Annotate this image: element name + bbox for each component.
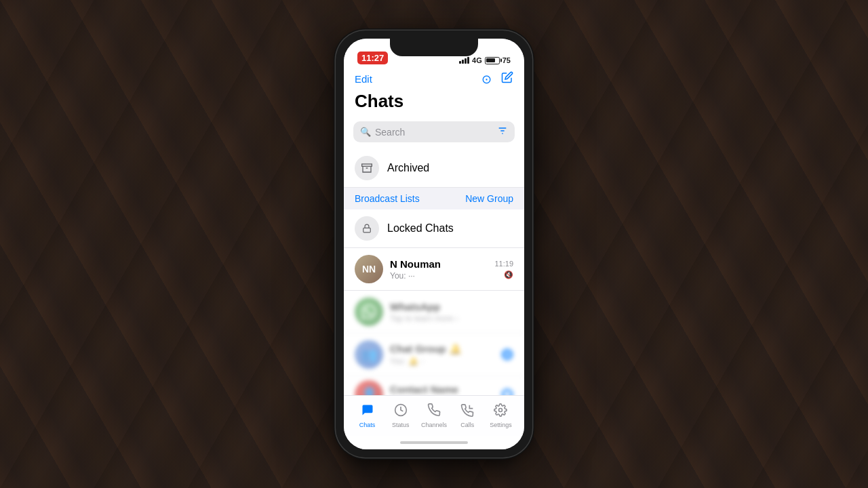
avatar-whatsapp <box>355 298 383 326</box>
chat-info-group: Chat Group 🔔 You: 🔔··· <box>390 343 494 366</box>
chat-info-whatsapp: WhatsApp Tap to learn more › <box>390 301 507 323</box>
content-area: Archived Broadcast Lists New Group Locke… <box>344 149 524 395</box>
archived-row[interactable]: Archived <box>344 149 524 188</box>
chat-item-contact[interactable]: 👤 Contact Name Last message here··· <box>344 376 524 395</box>
chat-info-contact: Contact Name Last message here··· <box>390 384 494 396</box>
lock-icon <box>355 216 379 241</box>
home-indicator <box>344 436 524 449</box>
chat-name-whatsapp: WhatsApp <box>390 301 507 312</box>
search-placeholder-text: Search <box>375 127 488 138</box>
tab-calls[interactable]: Calls <box>451 404 484 428</box>
tab-bar: Chats Status Channels <box>344 395 524 436</box>
svg-point-8 <box>499 409 502 412</box>
home-line <box>400 441 468 444</box>
battery-icon <box>485 57 500 64</box>
chat-meta-nouman: 11:19 🔇 <box>494 260 513 279</box>
tab-channels-icon <box>427 403 441 420</box>
chat-meta-contact <box>501 388 513 395</box>
camera-icon[interactable]: ⊙ <box>481 72 492 87</box>
chat-item-group[interactable]: 👥 Chat Group 🔔 You: 🔔··· 3 <box>344 333 524 376</box>
status-time: 11:27 <box>357 52 388 64</box>
chat-list: NN N Nouman You: ··· 11:19 🔇 <box>344 248 524 395</box>
chat-preview-nouman: You: ··· <box>390 271 488 281</box>
chat-name-contact: Contact Name <box>390 384 494 395</box>
chat-badge-group: 3 <box>501 348 513 361</box>
bar4 <box>467 57 469 64</box>
archive-icon <box>355 156 379 180</box>
compose-icon[interactable] <box>501 71 513 87</box>
new-group-button[interactable]: New Group <box>465 193 513 204</box>
signal-type: 4G <box>472 56 482 64</box>
battery-percent: 75 <box>502 56 511 64</box>
svg-rect-5 <box>363 228 371 232</box>
tab-settings-label: Settings <box>490 422 512 428</box>
notch <box>390 39 478 56</box>
tab-settings-icon <box>494 403 507 420</box>
chat-time-nouman: 11:19 <box>494 260 513 268</box>
tab-chats[interactable]: Chats <box>351 403 384 428</box>
chat-badge-contact <box>501 388 513 395</box>
search-icon: 🔍 <box>360 127 371 137</box>
chat-name-group: Chat Group 🔔 <box>390 343 494 355</box>
chat-item-nouman[interactable]: NN N Nouman You: ··· 11:19 🔇 <box>344 248 524 291</box>
bar3 <box>465 58 467 64</box>
chat-preview-whatsapp: Tap to learn more › <box>390 314 507 323</box>
tab-calls-label: Calls <box>460 422 474 428</box>
battery-fill <box>486 58 495 62</box>
phone-device: 11:27 4G 75 Edit ⊙ <box>336 30 532 458</box>
edit-button[interactable]: Edit <box>355 73 372 85</box>
locked-chats-row[interactable]: Locked Chats <box>344 209 524 248</box>
avatar-group: 👥 <box>355 340 383 369</box>
chat-info-nouman: N Nouman You: ··· <box>390 258 488 281</box>
avatar-contact: 👤 <box>355 380 383 395</box>
search-input-wrap[interactable]: 🔍 Search <box>353 121 515 142</box>
mute-icon-nouman: 🔇 <box>504 270 513 279</box>
tab-channels-label: Channels <box>421 422 447 428</box>
search-bar: 🔍 Search <box>344 117 524 149</box>
locked-chats-label: Locked Chats <box>387 222 454 235</box>
tab-channels[interactable]: Channels <box>417 403 450 428</box>
tab-calls-badge-wrap <box>460 404 474 420</box>
status-icons: 4G 75 <box>459 56 511 64</box>
broadcast-bar: Broadcast Lists New Group <box>344 188 524 209</box>
phone-screen: 11:27 4G 75 Edit ⊙ <box>344 39 524 449</box>
tab-chats-label: Chats <box>359 422 376 428</box>
filter-icon[interactable] <box>497 125 508 138</box>
bar2 <box>462 60 464 64</box>
broadcast-lists-button[interactable]: Broadcast Lists <box>355 193 420 204</box>
signal-bars <box>459 57 469 64</box>
svg-point-6 <box>505 392 510 395</box>
bar1 <box>459 61 461 64</box>
chat-name-nouman: N Nouman <box>390 258 488 270</box>
tab-settings[interactable]: Settings <box>484 403 517 428</box>
tab-status-label: Status <box>392 422 410 428</box>
page-title: Chats <box>355 91 513 112</box>
chat-preview-group: You: 🔔··· <box>390 357 494 366</box>
nav-top: Edit ⊙ <box>355 71 513 87</box>
tab-status[interactable]: Status <box>384 403 417 428</box>
tab-status-icon <box>394 403 408 420</box>
chat-item-whatsapp[interactable]: WhatsApp Tap to learn more › <box>344 291 524 333</box>
nav-bar: Edit ⊙ Chats <box>344 68 524 117</box>
nav-icons: ⊙ <box>481 71 513 87</box>
svg-rect-3 <box>362 164 372 166</box>
avatar-nouman: NN <box>355 255 383 283</box>
archived-label: Archived <box>387 162 429 174</box>
tab-chats-icon <box>361 403 374 420</box>
chat-meta-group: 3 <box>501 348 513 361</box>
